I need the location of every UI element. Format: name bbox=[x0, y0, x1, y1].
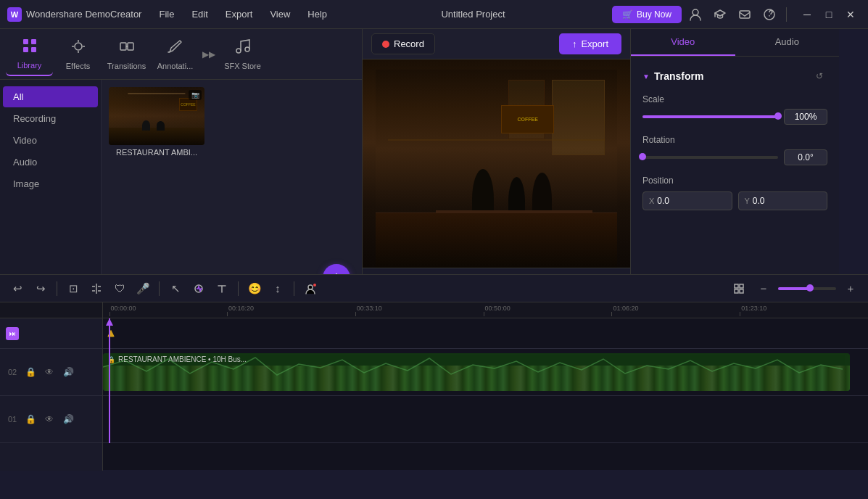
project-title: Untitled Project bbox=[337, 9, 609, 20]
rotation-slider-thumb bbox=[639, 153, 646, 160]
svg-rect-21 bbox=[740, 284, 743, 288]
close-button[interactable]: ✕ bbox=[840, 4, 861, 25]
track-lock-01[interactable]: 🔒 bbox=[23, 412, 38, 426]
timeline-tracks: 00:00:00 00:16:20 00:33:10 00:50:00 01:0… bbox=[103, 302, 868, 471]
export-button[interactable]: ↑ Export bbox=[559, 33, 621, 54]
track-eye-01[interactable]: 👁 bbox=[42, 412, 57, 426]
record-button[interactable]: Record bbox=[371, 33, 435, 54]
sfxstore-icon bbox=[234, 38, 252, 59]
svg-rect-20 bbox=[735, 284, 738, 288]
scale-slider-row: 100% bbox=[642, 109, 827, 125]
lib-item-recording[interactable]: Recording bbox=[3, 108, 98, 129]
zoom-in-button[interactable]: + bbox=[840, 279, 861, 299]
toolbar-more-btn[interactable]: ▶▶ bbox=[200, 40, 218, 69]
maximize-button[interactable]: □ bbox=[819, 4, 839, 25]
ruler-placeholder bbox=[0, 302, 102, 318]
undo-button[interactable]: ↩ bbox=[7, 279, 28, 299]
position-y-value: 0.0 bbox=[753, 196, 765, 206]
scale-value-box[interactable]: 100% bbox=[784, 109, 827, 125]
svg-rect-3 bbox=[23, 39, 28, 44]
ruler-mark-2: 00:33:10 bbox=[355, 305, 382, 312]
lib-item-image[interactable]: Image bbox=[3, 173, 98, 194]
position-x-value: 0.0 bbox=[657, 196, 669, 206]
position-y-field[interactable]: Y 0.0 bbox=[738, 191, 828, 210]
rotation-label: Rotation bbox=[642, 135, 827, 145]
video-clip-main[interactable]: 🔒 RESTAURANT AMBIENCE • 10H Bus... bbox=[103, 353, 850, 391]
track-row-02: 🔒 RESTAURANT AMBIENCE • 10H Bus... bbox=[103, 349, 868, 396]
cursor-tool[interactable]: ↖ bbox=[165, 279, 186, 299]
tab-video[interactable]: Video bbox=[631, 29, 735, 56]
ruler-mark-3: 00:50:00 bbox=[484, 305, 511, 312]
menu-help[interactable]: Help bbox=[300, 6, 334, 22]
svg-point-7 bbox=[75, 43, 82, 50]
position-x-field[interactable]: X 0.0 bbox=[642, 191, 732, 210]
annotations-icon bbox=[167, 38, 184, 59]
rotation-value-box[interactable]: 0.0° bbox=[784, 149, 827, 165]
lib-item-audio[interactable]: Audio bbox=[3, 152, 98, 173]
menu-file[interactable]: File bbox=[152, 6, 181, 22]
scale-slider-fill bbox=[642, 115, 778, 118]
marker-button[interactable]: 🛡 bbox=[109, 279, 130, 299]
ruler-mark-0: 00:00:00 bbox=[109, 305, 136, 312]
track-label-01: 01 🔒 👁 🔊 bbox=[0, 396, 102, 443]
lib-item-all[interactable]: All bbox=[3, 86, 98, 107]
zoom-slider[interactable] bbox=[778, 287, 836, 290]
toolbar-library[interactable]: Library bbox=[6, 33, 53, 76]
tracks-content: 🔒 RESTAURANT AMBIENCE • 10H Bus... bbox=[103, 318, 868, 443]
position-y-label: Y bbox=[745, 197, 750, 205]
zoom-fit-button[interactable] bbox=[729, 279, 749, 299]
cart-icon: 🛒 bbox=[622, 9, 633, 20]
toolbar-annotations-label: Annotati... bbox=[157, 62, 194, 70]
scale-slider[interactable] bbox=[642, 115, 778, 118]
video-preview: COFFEE bbox=[363, 59, 630, 268]
toolbar-sfxstore-label: SFX Store bbox=[224, 62, 261, 70]
redo-button[interactable]: ↪ bbox=[30, 279, 51, 299]
playhead-marker[interactable]: ⏭ bbox=[6, 327, 19, 340]
toolbar-annotations[interactable]: Annotati... bbox=[152, 33, 199, 76]
buy-now-button[interactable]: 🛒 Buy Now bbox=[612, 6, 682, 23]
menu-bar: W Wondershare DemoCreator File Edit Expo… bbox=[0, 0, 868, 29]
preview-topbar: Record ↑ Export bbox=[363, 29, 630, 59]
track-eye-02[interactable]: 👁 bbox=[42, 365, 57, 379]
toolbar-transitions[interactable]: Transitions bbox=[103, 33, 150, 76]
transform-reset-button[interactable]: ↺ bbox=[811, 68, 827, 84]
minimize-button[interactable]: ─ bbox=[797, 4, 817, 25]
svg-rect-13 bbox=[128, 43, 133, 50]
track-labels: ⏭ 02 🔒 👁 🔊 01 🔒 👁 🔊 bbox=[0, 302, 103, 471]
menu-view[interactable]: View bbox=[263, 6, 297, 22]
toolbar-sfxstore[interactable]: SFX Store bbox=[219, 33, 266, 76]
tab-audio[interactable]: Audio bbox=[735, 29, 840, 56]
fx-tool[interactable] bbox=[189, 279, 209, 299]
toolbar-effects[interactable]: Effects bbox=[54, 33, 102, 76]
rotation-slider[interactable] bbox=[642, 156, 778, 159]
emoji-tool[interactable]: 😊 bbox=[244, 279, 265, 299]
track-audio-01[interactable]: 🔊 bbox=[61, 412, 75, 426]
arrow-tool[interactable]: ↕ bbox=[268, 279, 288, 299]
split-button[interactable] bbox=[86, 279, 107, 299]
svg-point-15 bbox=[245, 47, 249, 51]
transform-collapse-icon[interactable]: ▼ bbox=[642, 73, 650, 81]
toolbar-row: Library Effects Transitions bbox=[0, 29, 362, 80]
record-voice-button[interactable]: 🎤 bbox=[133, 279, 153, 299]
mail-icon-btn[interactable] bbox=[734, 4, 756, 25]
timeline-marker[interactable] bbox=[107, 330, 115, 337]
account-icon-btn[interactable] bbox=[685, 4, 706, 25]
track-lock-02[interactable]: 🔒 bbox=[23, 365, 38, 379]
text-tool[interactable] bbox=[212, 279, 232, 299]
effects-icon bbox=[70, 38, 87, 59]
app-name: Wondershare DemoCreator bbox=[26, 9, 141, 20]
crop-button[interactable]: ⊡ bbox=[63, 279, 83, 299]
track-audio-02[interactable]: 🔊 bbox=[61, 365, 75, 379]
media-name-0: RESTAURANT AMBI... bbox=[109, 148, 204, 157]
svg-rect-4 bbox=[31, 39, 36, 44]
media-card-0[interactable]: COFFEE 📷 RESTAURANT AMBI... bbox=[109, 87, 204, 157]
avatar-tool[interactable] bbox=[300, 279, 321, 299]
track-row-01 bbox=[103, 396, 868, 443]
lib-item-video[interactable]: Video bbox=[3, 130, 98, 151]
support-icon-btn[interactable] bbox=[759, 4, 780, 25]
library-content: COFFEE 📷 RESTAURANT AMBI... + bbox=[102, 80, 362, 303]
menu-export[interactable]: Export bbox=[218, 6, 260, 22]
zoom-out-button[interactable]: − bbox=[753, 279, 774, 299]
education-icon-btn[interactable] bbox=[709, 4, 731, 25]
menu-edit[interactable]: Edit bbox=[184, 6, 215, 22]
